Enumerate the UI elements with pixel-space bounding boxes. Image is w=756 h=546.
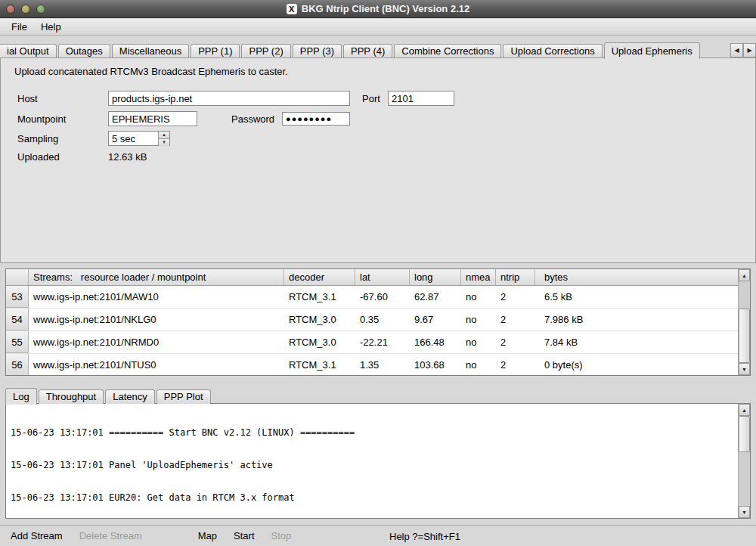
window-title: BKG Ntrip Client (BNC) Version 2.12 bbox=[302, 3, 469, 14]
row-number: 55 bbox=[6, 331, 29, 353]
log-scrollbar-thumb[interactable] bbox=[739, 416, 750, 452]
help-hint: Help ?=Shift+F1 bbox=[389, 531, 460, 542]
spin-down-icon[interactable]: ▼ bbox=[159, 138, 169, 146]
main-tab-bar: ial Output Outages Miscellaneous PPP (1)… bbox=[0, 42, 756, 58]
delete-stream-button: Delete Stream bbox=[71, 530, 150, 541]
cell-nmea: no bbox=[461, 309, 496, 330]
cell-decoder: RTCM_3.1 bbox=[284, 354, 355, 375]
scroll-up-icon[interactable]: ▲ bbox=[739, 269, 750, 281]
cell-resource: www.igs-ip.net:2101/NKLG0 bbox=[29, 309, 284, 330]
streams-scrollbar-thumb[interactable] bbox=[739, 309, 750, 363]
cell-decoder: RTCM_3.0 bbox=[284, 331, 355, 353]
cell-long: 103.68 bbox=[410, 354, 461, 375]
bnc-window: X BKG Ntrip Client (BNC) Version 2.12 Fi… bbox=[0, 0, 756, 546]
stream-row[interactable]: 53 www.igs-ip.net:2101/MAW10 RTCM_3.1 -6… bbox=[6, 286, 738, 309]
cell-decoder: RTCM_3.1 bbox=[284, 286, 355, 308]
menu-file[interactable]: File bbox=[5, 20, 34, 34]
window-title-area: X BKG Ntrip Client (BNC) Version 2.12 bbox=[0, 3, 756, 14]
stream-row[interactable]: 56 www.igs-ip.net:2101/NTUS0 RTCM_3.1 1.… bbox=[6, 354, 738, 375]
tab-upload-ephemeris[interactable]: Upload Ephemeris bbox=[604, 42, 700, 59]
cell-ntrip: 2 bbox=[496, 354, 535, 375]
mountpoint-input[interactable] bbox=[108, 111, 197, 126]
menu-help[interactable]: Help bbox=[34, 20, 68, 34]
start-button[interactable]: Start bbox=[225, 530, 262, 541]
row-number-header bbox=[6, 269, 29, 285]
log-scrollbar[interactable]: ▲ ▼ bbox=[738, 404, 750, 518]
tab-ppp-2[interactable]: PPP (2) bbox=[241, 44, 290, 58]
port-label: Port bbox=[362, 93, 380, 104]
tab-ppp-3[interactable]: PPP (3) bbox=[293, 44, 342, 58]
bottom-tab-bar: Log Throughput Latency PPP Plot bbox=[5, 388, 212, 404]
tab-ppp-1[interactable]: PPP (1) bbox=[191, 44, 240, 58]
col-header-resource[interactable]: Streams: resource loader / mountpoint bbox=[29, 269, 284, 285]
tab-combine-corrections[interactable]: Combine Corrections bbox=[394, 44, 501, 58]
scroll-down-icon[interactable]: ▼ bbox=[739, 363, 750, 375]
tab-throughput[interactable]: Throughput bbox=[39, 389, 104, 404]
add-stream-button[interactable]: Add Stream bbox=[2, 530, 71, 541]
port-input[interactable] bbox=[388, 91, 454, 106]
password-input[interactable] bbox=[282, 112, 350, 126]
tab-ppp-4[interactable]: PPP (4) bbox=[343, 44, 392, 58]
statusbar: Add Stream Delete Stream Map Start Stop … bbox=[0, 525, 756, 546]
tab-log[interactable]: Log bbox=[5, 388, 37, 405]
tab-upload-corrections[interactable]: Upload Corrections bbox=[503, 44, 602, 58]
tab-scroll-right-icon[interactable]: ▶ bbox=[743, 43, 756, 57]
tab-latency[interactable]: Latency bbox=[105, 389, 155, 404]
stream-row[interactable]: 55 www.igs-ip.net:2101/NRMD0 RTCM_3.0 -2… bbox=[6, 331, 738, 354]
close-window-button[interactable] bbox=[6, 5, 15, 14]
cell-lat: 1.35 bbox=[355, 354, 410, 375]
sampling-label: Sampling bbox=[17, 133, 58, 144]
window-controls bbox=[6, 5, 45, 14]
scroll-up-icon[interactable]: ▲ bbox=[739, 404, 750, 416]
uploaded-value: 12.63 kB bbox=[108, 151, 147, 163]
spin-up-icon[interactable]: ▲ bbox=[159, 132, 169, 138]
cell-nmea: no bbox=[461, 331, 496, 353]
panel-description: Upload concatenated RTCMv3 Broadcast Eph… bbox=[14, 66, 288, 77]
log-line: 15-06-23 13:17:01 ========== Start BNC v… bbox=[11, 427, 733, 438]
col-header-nmea[interactable]: nmea bbox=[461, 269, 496, 285]
cell-ntrip: 2 bbox=[496, 331, 535, 353]
tab-ppp-plot[interactable]: PPP Plot bbox=[156, 389, 211, 404]
tab-outages[interactable]: Outages bbox=[58, 44, 110, 58]
cell-bytes: 0 byte(s) bbox=[535, 354, 738, 375]
cell-ntrip: 2 bbox=[496, 286, 535, 308]
cell-bytes: 7.986 kB bbox=[535, 309, 738, 330]
upload-ephemeris-panel: Upload concatenated RTCMv3 Broadcast Eph… bbox=[0, 57, 756, 263]
map-button[interactable]: Map bbox=[190, 530, 225, 541]
log-line: 15-06-23 13:17:01 EUR20: Get data in RTC… bbox=[11, 492, 733, 503]
cell-nmea: no bbox=[461, 286, 496, 308]
stream-row[interactable]: 54 www.igs-ip.net:2101/NKLG0 RTCM_3.0 0.… bbox=[6, 309, 738, 331]
mountpoint-label: Mountpoint bbox=[17, 113, 66, 125]
sampling-spinbox[interactable]: 5 sec ▲ ▼ bbox=[108, 131, 170, 146]
log-scrollbar-track[interactable] bbox=[739, 416, 750, 506]
cell-bytes: 6.5 kB bbox=[535, 286, 738, 308]
host-input[interactable] bbox=[108, 91, 350, 106]
scroll-down-icon[interactable]: ▼ bbox=[739, 506, 750, 518]
cell-resource: www.igs-ip.net:2101/NTUS0 bbox=[29, 354, 284, 375]
streams-scrollbar-track[interactable] bbox=[739, 281, 750, 363]
col-header-bytes[interactable]: bytes bbox=[535, 269, 738, 285]
titlebar: X BKG Ntrip Client (BNC) Version 2.12 bbox=[0, 0, 756, 18]
col-header-decoder[interactable]: decoder bbox=[284, 269, 355, 285]
cell-decoder: RTCM_3.0 bbox=[284, 309, 355, 330]
host-label: Host bbox=[17, 93, 38, 104]
col-header-long[interactable]: long bbox=[410, 269, 461, 285]
cell-long: 166.48 bbox=[410, 331, 461, 353]
uploaded-label: Uploaded bbox=[17, 151, 60, 163]
cell-long: 62.87 bbox=[410, 286, 461, 308]
row-number: 53 bbox=[6, 286, 29, 308]
cell-bytes: 7.84 kB bbox=[535, 331, 738, 353]
streams-scrollbar[interactable]: ▲ ▼ bbox=[738, 269, 750, 375]
zoom-window-button[interactable] bbox=[36, 5, 45, 14]
cell-lat: 0.35 bbox=[355, 309, 410, 330]
tab-miscellaneous[interactable]: Miscellaneous bbox=[112, 44, 189, 58]
cell-resource: www.igs-ip.net:2101/MAW10 bbox=[29, 286, 284, 308]
cell-lat: -22.21 bbox=[355, 331, 410, 353]
minimize-window-button[interactable] bbox=[21, 5, 30, 14]
tab-serial-output[interactable]: ial Output bbox=[0, 44, 57, 58]
col-header-lat[interactable]: lat bbox=[355, 269, 410, 285]
sampling-value: 5 sec bbox=[109, 132, 158, 145]
col-header-ntrip[interactable]: ntrip bbox=[496, 269, 535, 285]
cell-nmea: no bbox=[461, 354, 496, 375]
tab-scroll-left-icon[interactable]: ◀ bbox=[730, 43, 743, 57]
